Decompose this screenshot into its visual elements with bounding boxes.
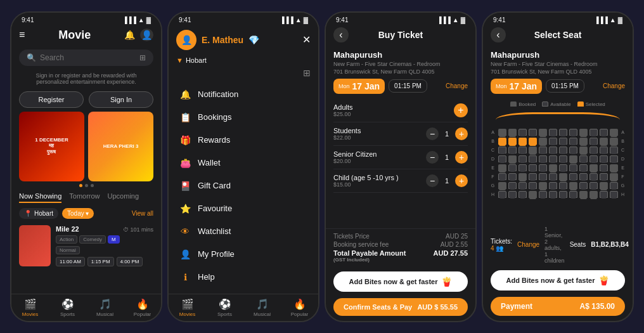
seat-A7[interactable]	[559, 129, 567, 136]
menu-item-help[interactable]: ℹ Help	[169, 266, 318, 289]
seat-F1[interactable]	[498, 173, 506, 180]
seat-H11[interactable]	[600, 191, 608, 198]
seat-A3[interactable]	[518, 129, 527, 136]
seat-H12[interactable]	[610, 191, 618, 198]
seat-A5[interactable]	[539, 129, 547, 136]
view-all-link[interactable]: View all	[132, 210, 153, 217]
seat-F5[interactable]	[539, 173, 547, 180]
payment-button[interactable]: Payment A$ 135.00	[491, 297, 625, 316]
seat-B11[interactable]	[600, 138, 608, 145]
register-button[interactable]: Register	[19, 91, 84, 108]
nav2-sports[interactable]: ⚽ Sports	[206, 298, 243, 317]
seat-A8[interactable]	[569, 129, 577, 136]
seat-D2[interactable]	[508, 155, 517, 162]
change-button-3[interactable]: Change	[446, 82, 468, 89]
seat-H3[interactable]	[518, 191, 527, 198]
seat-E8[interactable]	[569, 164, 577, 171]
seat-F3[interactable]	[518, 173, 527, 180]
seat-B8[interactable]	[569, 138, 577, 145]
seat-E2[interactable]	[508, 164, 517, 171]
nav2-popular[interactable]: 🔥 Popular	[281, 298, 318, 317]
add-bites-button-4[interactable]: Add Bites now & get faster 🍟	[491, 270, 625, 291]
menu-item-rewards[interactable]: 🎁 Rewards	[169, 129, 318, 152]
movie-card-1[interactable]: 1 DECEMBERमहपुरूष	[19, 112, 84, 181]
seat-H4[interactable]	[529, 191, 537, 198]
seat-B5[interactable]	[539, 138, 547, 145]
seat-G7[interactable]	[559, 182, 567, 189]
menu-item-myprofile[interactable]: 👤 My Profile	[169, 243, 318, 266]
menu-item-bookings[interactable]: 📋 Bookings	[169, 106, 318, 129]
seat-C10[interactable]	[589, 147, 598, 153]
nav2-movies[interactable]: 🎬 Movies	[169, 298, 206, 317]
seat-C3[interactable]	[518, 147, 527, 153]
seat-C7[interactable]	[559, 147, 567, 153]
nav-sports[interactable]: ⚽ Sports	[49, 298, 86, 317]
seat-G8[interactable]	[569, 182, 577, 189]
seat-B12[interactable]	[610, 138, 618, 145]
time-1[interactable]: 11:00 AM	[56, 257, 85, 266]
filter-icon[interactable]: ⊞	[303, 68, 311, 78]
seat-E10[interactable]	[589, 164, 598, 171]
back-button-3[interactable]: ‹	[333, 27, 349, 42]
seat-E5[interactable]	[539, 164, 547, 171]
plus-child[interactable]: +	[455, 174, 468, 187]
close-button[interactable]: ✕	[302, 34, 311, 46]
seat-A2[interactable]	[508, 129, 517, 136]
seat-G4[interactable]	[529, 182, 537, 189]
seat-F7[interactable]	[559, 173, 567, 180]
menu-item-wallet[interactable]: 👛 Wallet	[169, 152, 318, 174]
seat-D9[interactable]	[579, 155, 588, 162]
seat-E11[interactable]	[600, 164, 608, 171]
seat-F8[interactable]	[569, 173, 577, 180]
search-input[interactable]	[40, 53, 136, 62]
seat-C11[interactable]	[600, 147, 608, 153]
seat-A12[interactable]	[610, 129, 618, 136]
seat-G5[interactable]	[539, 182, 547, 189]
seat-A9[interactable]	[579, 129, 588, 136]
seat-F11[interactable]	[600, 173, 608, 180]
seat-D3[interactable]	[518, 155, 527, 162]
seat-D6[interactable]	[549, 155, 557, 162]
minus-senior[interactable]: −	[426, 151, 439, 164]
seat-D10[interactable]	[589, 155, 598, 162]
change-seats-link[interactable]: Change	[517, 241, 539, 248]
seat-H5[interactable]	[539, 191, 547, 198]
add-adults-button[interactable]: +	[454, 103, 468, 117]
tab-now-showing[interactable]: Now Showing	[19, 192, 61, 203]
seat-C8[interactable]	[569, 147, 577, 153]
seat-H1[interactable]	[498, 191, 506, 198]
minus-child[interactable]: −	[426, 174, 439, 187]
seat-B2[interactable]	[508, 138, 517, 145]
menu-item-giftcard[interactable]: 🎴 Gift Card	[169, 174, 318, 197]
seat-G6[interactable]	[549, 182, 557, 189]
seat-C6[interactable]	[549, 147, 557, 153]
filter-icon[interactable]: ⊞	[139, 53, 146, 62]
seat-C12[interactable]	[610, 147, 618, 153]
seat-G1[interactable]	[498, 182, 506, 189]
seat-C4[interactable]	[529, 147, 537, 153]
menu-item-notification[interactable]: 🔔 Notification	[169, 83, 318, 106]
menu-item-favourite[interactable]: ⭐ Favourite	[169, 197, 318, 220]
seat-A6[interactable]	[549, 129, 557, 136]
nav-musical[interactable]: 🎵 Musical	[86, 298, 124, 317]
seat-F9[interactable]	[579, 173, 588, 180]
seat-D4[interactable]	[529, 155, 537, 162]
seat-H8[interactable]	[569, 191, 577, 198]
seat-A4[interactable]	[529, 129, 537, 136]
nav-movies[interactable]: 🎬 Movies	[11, 298, 49, 317]
seat-G10[interactable]	[589, 182, 598, 189]
seat-D8[interactable]	[569, 155, 577, 162]
seat-C5[interactable]	[539, 147, 547, 153]
seat-F4[interactable]	[529, 173, 537, 180]
tab-tomorrow[interactable]: Tomorrow	[69, 192, 100, 203]
add-bites-button-3[interactable]: Add Bites now & get faster 🍟	[333, 271, 468, 292]
seat-H2[interactable]	[508, 191, 517, 198]
seat-B7[interactable]	[559, 138, 567, 145]
seat-A11[interactable]	[600, 129, 608, 136]
user-avatar-icon[interactable]: 👤	[140, 29, 153, 41]
seat-A10[interactable]	[589, 129, 598, 136]
seat-C1[interactable]	[498, 147, 506, 153]
nav-popular[interactable]: 🔥 Popular	[124, 298, 161, 317]
seat-H7[interactable]	[559, 191, 567, 198]
seat-C2[interactable]	[508, 147, 517, 153]
